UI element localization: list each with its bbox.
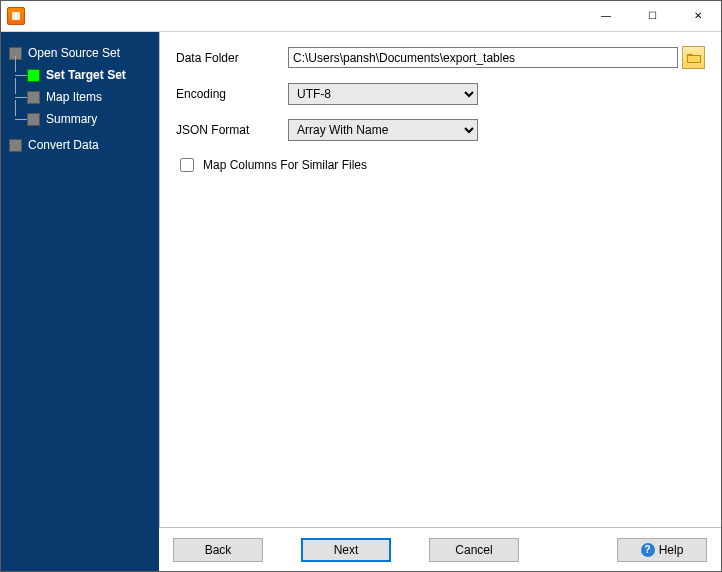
map-columns-label: Map Columns For Similar Files	[203, 158, 367, 172]
row-map-columns: Map Columns For Similar Files	[176, 155, 705, 175]
help-button-label: Help	[659, 543, 684, 557]
step-label: Summary	[46, 112, 97, 126]
step-set-target-set[interactable]: Set Target Set	[1, 64, 159, 86]
wizard-body: Open Source Set Set Target Set Map Items…	[1, 32, 721, 571]
help-icon: ?	[641, 543, 655, 557]
titlebar: — ☐ ✕	[1, 1, 721, 32]
json-format-label: JSON Format	[176, 123, 288, 137]
app-icon	[7, 7, 25, 25]
data-folder-label: Data Folder	[176, 51, 288, 65]
close-button[interactable]: ✕	[675, 1, 721, 32]
window-controls: — ☐ ✕	[583, 1, 721, 32]
maximize-button[interactable]: ☐	[629, 1, 675, 32]
step-convert-data[interactable]: Convert Data	[1, 134, 159, 156]
square-icon	[27, 113, 40, 126]
minimize-button[interactable]: —	[583, 1, 629, 32]
wizard-window: — ☐ ✕ Open Source Set Set Target Set Map…	[0, 0, 722, 572]
row-json-format: JSON Format Array With Name	[176, 119, 705, 141]
step-label: Open Source Set	[28, 46, 120, 60]
back-button[interactable]: Back	[173, 538, 263, 562]
cancel-button[interactable]: Cancel	[429, 538, 519, 562]
titlebar-left	[1, 7, 25, 25]
step-label: Convert Data	[28, 138, 99, 152]
map-columns-checkbox[interactable]	[180, 158, 194, 172]
folder-icon	[687, 52, 701, 64]
wizard-button-bar: Back Next Cancel ? Help	[159, 527, 721, 571]
help-button[interactable]: ? Help	[617, 538, 707, 562]
next-button[interactable]: Next	[301, 538, 391, 562]
step-label: Set Target Set	[46, 68, 126, 82]
browse-folder-button[interactable]	[682, 46, 705, 69]
form-area: Data Folder Encoding UTF-8 JSON Format	[159, 32, 721, 527]
square-icon	[9, 139, 22, 152]
step-map-items[interactable]: Map Items	[1, 86, 159, 108]
main-panel: Data Folder Encoding UTF-8 JSON Format	[159, 32, 721, 571]
step-open-source-set[interactable]: Open Source Set	[1, 42, 159, 64]
data-folder-input[interactable]	[288, 47, 678, 68]
row-encoding: Encoding UTF-8	[176, 83, 705, 105]
step-summary[interactable]: Summary	[1, 108, 159, 130]
step-label: Map Items	[46, 90, 102, 104]
square-icon	[27, 91, 40, 104]
row-data-folder: Data Folder	[176, 46, 705, 69]
square-icon	[27, 69, 40, 82]
json-format-select[interactable]: Array With Name	[288, 119, 478, 141]
encoding-label: Encoding	[176, 87, 288, 101]
encoding-select[interactable]: UTF-8	[288, 83, 478, 105]
wizard-steps-sidebar: Open Source Set Set Target Set Map Items…	[1, 32, 159, 571]
